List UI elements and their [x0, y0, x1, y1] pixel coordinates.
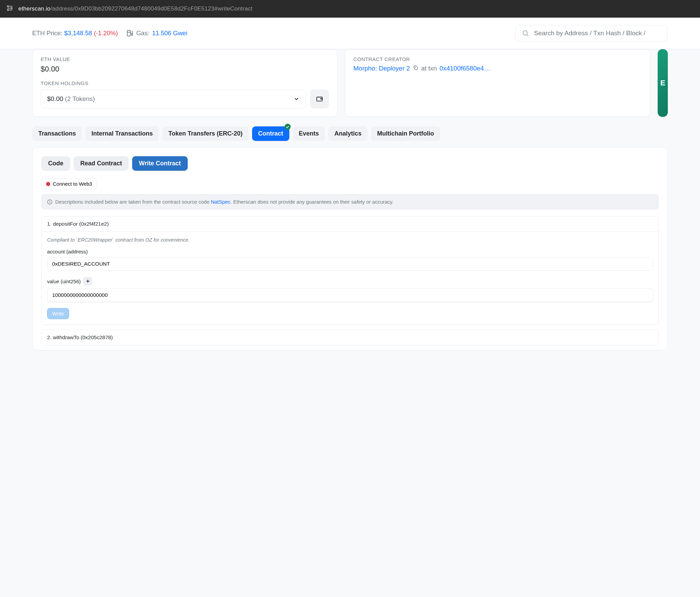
- browser-address-bar: etherscan.io/address/0x9D03bb2092270648d…: [0, 0, 700, 18]
- contract-subtabs: Code Read Contract Write Contract: [41, 156, 659, 171]
- svg-point-4: [7, 9, 9, 11]
- method-withdrawto-header[interactable]: 2. withdrawTo (0x205c2878): [42, 330, 658, 345]
- site-header: ETH Price: $3,148.58 (-1.20%) Gas: 11.50…: [0, 18, 700, 49]
- site-settings-icon[interactable]: [6, 4, 14, 13]
- overview-card: ETH VALUE $0.00 TOKEN HOLDINGS $0.00 (2 …: [32, 49, 337, 117]
- info-icon: [47, 199, 53, 205]
- contract-creator-label: CONTRACT CREATOR: [353, 56, 642, 62]
- eth-price-change: (-1.20%): [94, 29, 118, 37]
- tab-contract[interactable]: Contract: [252, 126, 289, 141]
- token-holdings-label: TOKEN HOLDINGS: [41, 80, 329, 86]
- copy-button[interactable]: [413, 65, 418, 72]
- add-value-button[interactable]: +: [83, 277, 92, 286]
- input-value-uint256[interactable]: [47, 288, 653, 302]
- eth-value-label: ETH VALUE: [41, 56, 329, 62]
- svg-point-2: [11, 7, 13, 9]
- subtab-write-contract[interactable]: Write Contract: [132, 156, 188, 171]
- method-withdrawto: 2. withdrawTo (0x205c2878): [41, 330, 659, 345]
- copy-icon: [413, 65, 418, 70]
- status-dot-icon: [46, 182, 50, 186]
- more-info-card: CONTRACT CREATOR Morpho: Deployer 2 at t…: [345, 49, 650, 117]
- method-description: Compliant to `ERC20Wrapper` contract fro…: [47, 237, 653, 243]
- svg-line-9: [527, 35, 528, 36]
- field-label-account: account (address): [47, 249, 653, 254]
- contract-panel: Code Read Contract Write Contract Connec…: [32, 147, 668, 350]
- eth-price-value[interactable]: $3,148.58: [64, 29, 92, 37]
- tab-events[interactable]: Events: [293, 126, 325, 141]
- eth-price: ETH Price: $3,148.58 (-1.20%): [32, 29, 118, 37]
- search-icon: [522, 29, 529, 37]
- natspec-notice: Descriptions included below are taken fr…: [41, 194, 659, 209]
- verified-badge: [285, 124, 291, 130]
- write-button[interactable]: Write: [47, 308, 69, 319]
- subtab-read-contract[interactable]: Read Contract: [74, 156, 129, 171]
- method-depositfor-header[interactable]: 1. depositFor (0x2f4f21e2): [42, 217, 658, 232]
- main-tabs: Transactions Internal Transactions Token…: [32, 126, 668, 141]
- svg-point-0: [7, 6, 9, 7]
- connect-web3-button[interactable]: Connect to Web3: [41, 178, 97, 189]
- tab-internal-transactions[interactable]: Internal Transactions: [85, 126, 159, 141]
- chevron-down-icon: [293, 96, 300, 102]
- tab-analytics[interactable]: Analytics: [328, 126, 368, 141]
- token-holdings-dropdown[interactable]: $0.00 (2 Tokens): [41, 89, 306, 108]
- creator-link[interactable]: Morpho: Deployer 2: [353, 65, 410, 72]
- method-depositfor: 1. depositFor (0x2f4f21e2) Compliant to …: [41, 216, 659, 325]
- svg-point-8: [523, 31, 528, 35]
- svg-rect-6: [127, 30, 130, 36]
- search-input[interactable]: [534, 29, 661, 37]
- input-account-address[interactable]: [47, 257, 653, 271]
- svg-rect-11: [415, 67, 417, 69]
- search-bar[interactable]: [515, 25, 668, 41]
- tab-token-transfers[interactable]: Token Transfers (ERC-20): [162, 126, 249, 141]
- wallet-icon: [316, 95, 323, 103]
- natspec-link[interactable]: NatSpec: [211, 199, 230, 205]
- tab-multichain-portfolio[interactable]: Multichain Portfolio: [371, 126, 440, 141]
- subtab-code[interactable]: Code: [41, 156, 70, 171]
- eth-value: $0.00: [41, 65, 329, 74]
- gas-tracker[interactable]: Gas: 11.506 Gwei: [126, 29, 187, 37]
- check-icon: [286, 125, 289, 129]
- promo-card[interactable]: E: [658, 49, 668, 117]
- gas-pump-icon: [126, 29, 133, 37]
- wallet-button[interactable]: [310, 89, 329, 108]
- browser-url[interactable]: etherscan.io/address/0x9D03bb2092270648d…: [18, 5, 252, 12]
- field-label-value: value (uint256) +: [47, 277, 653, 286]
- svg-point-14: [50, 201, 50, 201]
- creation-txn-link[interactable]: 0x4100f6580e4…: [439, 65, 490, 72]
- tab-transactions[interactable]: Transactions: [32, 126, 82, 141]
